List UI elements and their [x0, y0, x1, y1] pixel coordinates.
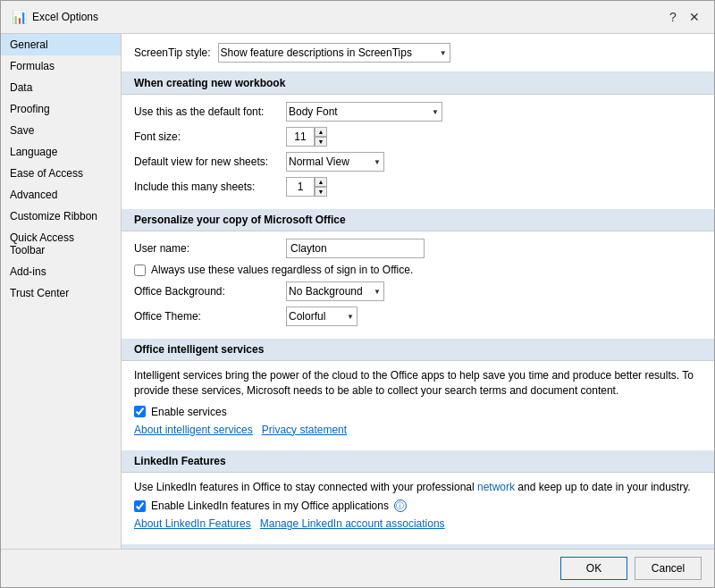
ok-button[interactable]: OK — [560, 557, 627, 580]
enable-linkedin-row: Enable LinkedIn features in my Office ap… — [134, 500, 702, 512]
sidebar-item-trust-center[interactable]: Trust Center — [1, 282, 121, 304]
font-size-down-button[interactable]: ▼ — [315, 137, 327, 147]
sidebar-item-customize-ribbon[interactable]: Customize Ribbon — [1, 206, 121, 227]
screentip-select[interactable]: Show feature descriptions in ScreenTips … — [218, 43, 450, 63]
sidebar-item-formulas[interactable]: Formulas — [1, 55, 121, 77]
sidebar-item-general[interactable]: General — [1, 34, 121, 55]
font-size-up-button[interactable]: ▲ — [315, 127, 327, 137]
default-view-row: Default view for new sheets: Normal View… — [134, 152, 702, 172]
about-intelligent-services-link[interactable]: About intelligent services — [134, 424, 253, 436]
screentip-select-wrapper: Show feature descriptions in ScreenTips … — [218, 43, 450, 63]
new-workbook-section-header: When creating new workbook — [122, 72, 714, 95]
personalize-section-content: User name: Always use these values regar… — [122, 231, 714, 339]
sheets-wrapper: ▲ ▼ — [286, 177, 327, 197]
intelligent-services-description: Intelligent services bring the power of … — [134, 368, 702, 399]
new-workbook-section-content: Use this as the default font: Body Font … — [122, 95, 714, 209]
default-view-select-wrapper: Normal View Page Break Preview Page Layo… — [286, 152, 384, 172]
office-background-label: Office Background: — [134, 285, 286, 298]
main-content-area: General Formulas Data Proofing Save Lang… — [1, 34, 714, 549]
enable-services-row: Enable services — [134, 406, 702, 418]
enable-linkedin-checkbox[interactable] — [134, 500, 146, 512]
linkedin-section-content: Use LinkedIn features in Office to stay … — [122, 473, 714, 545]
username-row: User name: — [134, 239, 702, 258]
sheets-input[interactable] — [286, 177, 315, 197]
linkedin-network-link[interactable]: network — [477, 481, 515, 493]
sheets-row: Include this many sheets: ▲ ▼ — [134, 177, 702, 197]
intelligent-services-section-content: Intelligent services bring the power of … — [122, 361, 714, 450]
default-font-select[interactable]: Body Font Calibri Arial — [286, 102, 442, 122]
sidebar-item-language[interactable]: Language — [1, 141, 121, 163]
title-bar-left: 📊 Excel Options — [12, 10, 98, 24]
enable-services-checkbox[interactable] — [134, 406, 146, 417]
font-size-row: Font size: ▲ ▼ — [134, 127, 702, 147]
close-button[interactable]: ✕ — [686, 8, 703, 26]
sidebar-item-quick-access-toolbar[interactable]: Quick Access Toolbar — [1, 227, 121, 261]
sidebar-item-advanced[interactable]: Advanced — [1, 184, 121, 206]
sheets-up-button[interactable]: ▲ — [315, 177, 327, 187]
enable-linkedin-label: Enable LinkedIn features in my Office ap… — [151, 500, 389, 512]
screentip-label: ScreenTip style: — [134, 46, 211, 59]
linkedin-section-header: LinkedIn Features — [122, 450, 714, 473]
title-bar: 📊 Excel Options ? ✕ — [1, 1, 714, 34]
font-size-input[interactable] — [286, 127, 315, 147]
username-input[interactable] — [286, 239, 425, 258]
font-size-label: Font size: — [134, 130, 286, 143]
sheets-down-button[interactable]: ▼ — [315, 187, 327, 197]
office-background-row: Office Background: No Background Calligr… — [134, 281, 702, 301]
office-theme-label: Office Theme: — [134, 310, 286, 323]
office-theme-select-wrapper: Colorful Dark Gray Black White — [286, 307, 358, 326]
enable-services-label: Enable services — [151, 406, 227, 418]
office-theme-row: Office Theme: Colorful Dark Gray Black W… — [134, 307, 702, 326]
linkedin-links: About LinkedIn Features Manage LinkedIn … — [134, 517, 702, 530]
office-background-select[interactable]: No Background Calligraphy Circuit — [286, 281, 384, 301]
dialog-title: Excel Options — [32, 11, 98, 23]
screentip-row: ScreenTip style: Show feature descriptio… — [122, 34, 714, 72]
default-font-select-wrapper: Body Font Calibri Arial — [286, 102, 442, 122]
office-background-select-wrapper: No Background Calligraphy Circuit — [286, 281, 384, 301]
office-theme-select[interactable]: Colorful Dark Gray Black White — [286, 307, 358, 326]
cancel-button[interactable]: Cancel — [635, 557, 702, 580]
excel-options-dialog: 📊 Excel Options ? ✕ General Formulas Dat… — [0, 0, 715, 588]
main-panel: ScreenTip style: Show feature descriptio… — [122, 34, 714, 549]
font-size-wrapper: ▲ ▼ — [286, 127, 327, 147]
sidebar-item-add-ins[interactable]: Add-ins — [1, 261, 121, 282]
always-use-checkbox[interactable] — [134, 265, 146, 276]
sidebar: General Formulas Data Proofing Save Lang… — [1, 34, 122, 549]
sheets-label: Include this many sheets: — [134, 181, 286, 193]
linkedin-description: Use LinkedIn features in Office to stay … — [134, 480, 702, 495]
personalize-section-header: Personalize your copy of Microsoft Offic… — [122, 209, 714, 231]
privacy-statement-link[interactable]: Privacy statement — [262, 424, 347, 436]
always-use-row: Always use these values regardless of si… — [134, 264, 702, 276]
dialog-icon: 📊 — [12, 10, 27, 24]
sidebar-item-proofing[interactable]: Proofing — [1, 98, 121, 120]
about-linkedin-features-link[interactable]: About LinkedIn Features — [134, 517, 251, 530]
manage-linkedin-link[interactable]: Manage LinkedIn account associations — [260, 517, 445, 530]
title-bar-right: ? ✕ — [664, 8, 703, 26]
sheets-spinner: ▲ ▼ — [315, 177, 327, 197]
default-font-label: Use this as the default font: — [134, 105, 286, 118]
intelligent-services-links: About intelligent services Privacy state… — [134, 424, 702, 436]
username-label: User name: — [134, 242, 286, 255]
intelligent-services-section-header: Office intelligent services — [122, 339, 714, 361]
sidebar-item-save[interactable]: Save — [1, 120, 121, 141]
bottom-bar: OK Cancel — [1, 549, 714, 587]
sidebar-item-data[interactable]: Data — [1, 77, 121, 98]
help-button[interactable]: ? — [664, 8, 682, 26]
always-use-label: Always use these values regardless of si… — [151, 264, 413, 276]
linkedin-info-icon[interactable]: ⓘ — [394, 500, 407, 512]
default-view-label: Default view for new sheets: — [134, 155, 286, 168]
default-view-select[interactable]: Normal View Page Break Preview Page Layo… — [286, 152, 384, 172]
font-size-spinner: ▲ ▼ — [315, 127, 327, 147]
default-font-row: Use this as the default font: Body Font … — [134, 102, 702, 122]
sidebar-item-ease-of-access[interactable]: Ease of Access — [1, 163, 121, 184]
